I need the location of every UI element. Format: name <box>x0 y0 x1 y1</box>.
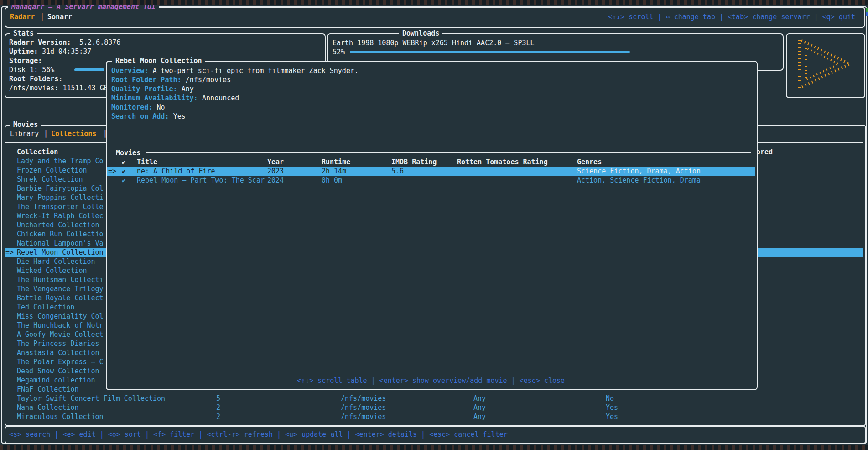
collection-list-item[interactable]: Dead Snow Collection <box>17 366 99 376</box>
movies-table-header-year: Year <box>267 157 284 167</box>
collection-list-item[interactable]: Uncharted Collection <box>17 220 99 230</box>
modal-title: Rebel Moon Collection <box>112 56 205 65</box>
collection-details-modal: Rebel Moon Collection Overview:A two-par… <box>106 61 758 390</box>
collection-root-folder: /nfs/movies <box>341 394 386 403</box>
collection-list-item[interactable]: National Lampoon's Va <box>17 239 104 248</box>
collection-movie-count: 5 <box>216 394 220 403</box>
modal-movies-title: Movies <box>116 148 140 157</box>
modal-field-value: /nfs/movies <box>186 75 231 84</box>
movies-table-header-genres: Genres <box>577 157 602 167</box>
collection-list-item[interactable]: Taylor Swift Concert Film Collection <box>17 394 165 403</box>
modal-movies-divider <box>146 152 751 153</box>
collection-quality-profile: Any <box>473 412 486 421</box>
collection-list-item[interactable]: Wreck-It Ralph Collec <box>17 211 104 220</box>
modal-field-value: Yes <box>173 112 186 121</box>
collection-list-item[interactable]: The Hunchback of Notr <box>17 321 104 330</box>
collection-list-item[interactable]: Mary Poppins Collecti <box>17 193 104 202</box>
collection-selector-arrow: => <box>5 248 14 257</box>
bottombar-keybindings: <s> search | <e> edit | <o> sort | <f> f… <box>9 430 508 439</box>
movies-table-header-rt: Rotten Tomatoes Rating <box>457 157 548 167</box>
collection-quality-profile: Any <box>473 394 486 403</box>
collection-monitored-flag: Yes <box>606 412 618 421</box>
collection-list-item[interactable]: Wicked Collection <box>17 266 87 275</box>
collection-list-item[interactable]: A Goofy Movie Collect <box>17 330 104 339</box>
modal-field-value: Announced <box>202 94 239 103</box>
collection-list-item[interactable]: Miss Congeniality Col <box>17 312 104 321</box>
movies-table-header-title: Title <box>137 157 157 167</box>
collection-list-item[interactable]: The Polar Express – C <box>17 357 104 366</box>
modal-field-label: Root Folder Path: <box>111 75 182 84</box>
movie-table-row[interactable] <box>107 176 755 185</box>
collection-movie-count: 2 <box>216 412 220 421</box>
collection-list-item[interactable]: Frozen Collection <box>17 166 87 175</box>
collection-list-item[interactable]: Anastasia Collection <box>17 348 99 357</box>
modal-keybindings: <↑↓> scroll table | <enter> show overvie… <box>107 376 755 385</box>
collection-list-item[interactable]: Ted Collection <box>17 303 74 312</box>
collection-list-item[interactable]: The Huntsman Collecti <box>17 275 104 284</box>
collection-list-item[interactable]: Die Hard Collection <box>17 257 95 266</box>
collection-root-folder: /nfs/movies <box>341 412 386 421</box>
modal-field-value: Any <box>182 84 194 94</box>
cutoff-terminal-row-bottom <box>0 445 868 450</box>
collection-list-item[interactable]: FNaF Collection <box>17 385 78 394</box>
movies-table-header-check: ✔ <box>122 157 126 167</box>
modal-field-value: No <box>157 103 165 112</box>
collection-monitored-flag: Yes <box>606 403 618 412</box>
modal-field-label: Quality Profile: <box>111 84 177 94</box>
collection-list-item[interactable]: Barbie Fairytopia Col <box>17 184 104 193</box>
managarr-screen: Managarr – A Servarr management TUI Rada… <box>0 0 868 450</box>
collection-monitored-flag: No <box>606 394 614 403</box>
modal-field-label: Search on Add: <box>111 112 169 121</box>
collection-movie-count: 2 <box>216 403 220 412</box>
collection-list-item[interactable]: The Transporter Colle <box>17 202 104 211</box>
collection-list-item[interactable]: Miraculous Collection <box>17 412 104 421</box>
collection-list-item[interactable]: Megamind collection <box>17 376 95 385</box>
collection-list-item[interactable]: Nana Collection <box>17 403 78 412</box>
movies-table-header-imdb: IMDB Rating <box>391 157 437 167</box>
collection-root-folder: /nfs/movies <box>341 403 386 412</box>
collection-list-item[interactable]: Battle Royale Collect <box>17 293 104 303</box>
collection-quality-profile: Any <box>473 403 486 412</box>
collection-list-item[interactable]: Rebel Moon Collection <box>17 248 104 257</box>
modal-footer-divider <box>109 372 753 372</box>
modal-field-label: Overview: <box>111 66 148 75</box>
modal-field-value: A two-part sci-fi epic from filmmaker Za… <box>152 66 359 75</box>
movies-table-header-runtime: Runtime <box>322 157 350 167</box>
collection-list-item[interactable]: The Vengeance Trilogy <box>17 284 104 293</box>
collection-list-item[interactable]: Shrek Collection <box>17 175 83 184</box>
modal-field-label: Minimum Availability: <box>111 94 198 103</box>
movie-table-row[interactable] <box>107 167 755 176</box>
collection-list-item[interactable]: Lady and the Tramp Co <box>17 157 104 166</box>
collection-list-item[interactable]: The Princess Diaries <box>17 339 99 348</box>
collection-list-item[interactable]: Chicken Run Collectio <box>17 230 104 239</box>
modal-field-label: Monitored: <box>111 103 152 112</box>
cutoff-terminal-row-top <box>0 0 868 5</box>
